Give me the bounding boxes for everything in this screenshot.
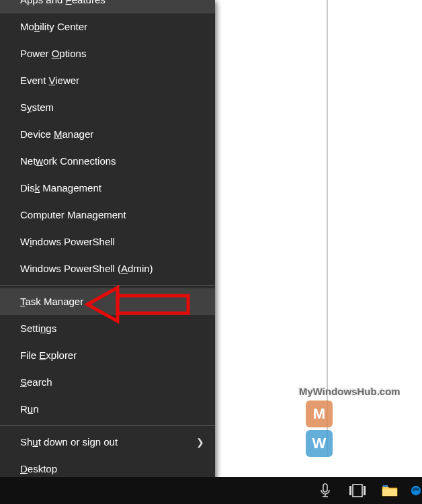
menu-item-settings[interactable]: Settings bbox=[0, 315, 215, 342]
svg-rect-5 bbox=[364, 486, 366, 495]
menu-item-task-manager[interactable]: Task Manager bbox=[0, 288, 215, 315]
menu-item-label: Settings bbox=[20, 323, 56, 334]
menu-item-computer-management[interactable]: Computer Management bbox=[0, 202, 215, 228]
file-explorer-taskbar-button[interactable] bbox=[374, 477, 406, 504]
menu-item-label: Search bbox=[20, 376, 52, 388]
menu-item-file-explorer[interactable]: File Explorer bbox=[0, 342, 215, 369]
menu-item-label: Disk Management bbox=[20, 182, 101, 194]
menu-item-label: Device Manager bbox=[20, 128, 93, 140]
taskbar bbox=[0, 477, 422, 504]
logo-tile-w: W bbox=[306, 430, 333, 457]
edge-taskbar-button[interactable] bbox=[406, 477, 422, 504]
menu-item-power-options[interactable]: Power Options bbox=[0, 40, 215, 67]
menu-item-run[interactable]: Run bbox=[0, 396, 215, 423]
menu-item-system[interactable]: System bbox=[0, 94, 215, 121]
menu-item-windows-powershell[interactable]: Windows PowerShell bbox=[0, 228, 215, 255]
menu-item-label: Computer Management bbox=[20, 209, 126, 220]
svg-rect-6 bbox=[382, 489, 397, 496]
menu-item-mobility-center[interactable]: Mobility Center bbox=[0, 13, 215, 40]
watermark-logo: M W bbox=[306, 401, 360, 454]
menu-item-label: Windows PowerShell bbox=[20, 236, 115, 247]
power-user-menu: Apps and FeaturesMobility CenterPower Op… bbox=[0, 0, 215, 484]
menu-item-label: Shut down or sign out bbox=[20, 436, 118, 448]
menu-item-label: System bbox=[20, 101, 54, 113]
watermark-text: MyWindowsHub.com bbox=[299, 386, 400, 397]
menu-item-label: Task Manager bbox=[20, 296, 83, 307]
cortana-mic-button[interactable] bbox=[309, 477, 341, 504]
menu-item-event-viewer[interactable]: Event Viewer bbox=[0, 67, 215, 94]
mic-icon bbox=[319, 483, 331, 498]
menu-item-label: Event Viewer bbox=[20, 75, 79, 86]
menu-item-label: Desktop bbox=[20, 463, 57, 474]
chevron-right-icon: ❯ bbox=[196, 429, 204, 456]
menu-item-label: Mobility Center bbox=[20, 21, 87, 32]
svg-rect-3 bbox=[349, 486, 351, 495]
menu-item-windows-powershell-admin[interactable]: Windows PowerShell (Admin) bbox=[0, 255, 215, 282]
menu-item-label: Network Connections bbox=[20, 155, 116, 167]
menu-item-label: Windows PowerShell (Admin) bbox=[20, 263, 153, 274]
svg-rect-4 bbox=[353, 485, 362, 497]
edge-icon bbox=[410, 480, 422, 501]
menu-item-search[interactable]: Search bbox=[0, 369, 215, 396]
menu-item-shut-down-or-sign-out[interactable]: Shut down or sign out❯ bbox=[0, 429, 215, 456]
task-view-button[interactable] bbox=[341, 477, 374, 504]
task-view-icon bbox=[349, 484, 366, 497]
logo-tile-m: M bbox=[306, 401, 333, 427]
menu-separator bbox=[0, 285, 215, 286]
menu-separator bbox=[0, 425, 215, 426]
menu-item-device-manager[interactable]: Device Manager bbox=[0, 121, 215, 148]
menu-item-label: Power Options bbox=[20, 48, 86, 59]
menu-item-label: File Explorer bbox=[20, 349, 77, 361]
menu-item-network-connections[interactable]: Network Connections bbox=[0, 148, 215, 175]
svg-rect-7 bbox=[383, 485, 388, 487]
menu-item-disk-management[interactable]: Disk Management bbox=[0, 175, 215, 202]
menu-item-label: Run bbox=[20, 403, 39, 415]
menu-item-label: Apps and Features bbox=[20, 0, 106, 5]
menu-item-apps-and-features[interactable]: Apps and Features bbox=[0, 0, 215, 13]
file-explorer-icon bbox=[382, 484, 398, 497]
svg-rect-0 bbox=[323, 484, 327, 492]
